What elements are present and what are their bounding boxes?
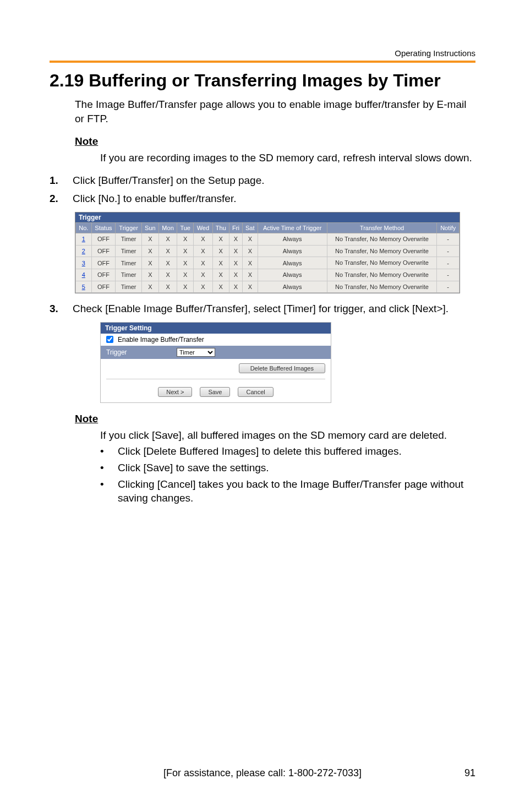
cell: OFF: [91, 233, 116, 246]
table-row: 5OFFTimerXXXXXXXAlwaysNo Transfer, No Me…: [76, 281, 460, 293]
header-rule: [50, 61, 475, 63]
cell: X: [242, 245, 258, 257]
enable-buffer-checkbox[interactable]: [106, 336, 113, 343]
cell: Timer: [116, 245, 141, 257]
cell: X: [177, 269, 194, 281]
cell: X: [212, 245, 229, 257]
row-no-link[interactable]: 3: [82, 260, 85, 266]
cell: X: [229, 233, 243, 246]
cell: X: [194, 245, 212, 257]
trigger-setting-panel: Trigger Setting Enable Image Buffer/Tran…: [100, 322, 331, 403]
cell: X: [242, 233, 258, 246]
bullet-icon: •: [100, 477, 108, 505]
cell: X: [141, 281, 158, 293]
cell: X: [177, 281, 194, 293]
cell: X: [158, 245, 177, 257]
trigger-field-label: Trigger: [106, 348, 172, 356]
note-body-2: If you click [Save], all buffered images…: [100, 428, 475, 443]
cell: Timer: [116, 257, 141, 269]
col-trigger: Trigger: [116, 223, 141, 233]
row-no-link[interactable]: 2: [82, 248, 85, 254]
note-heading-2: Note: [75, 413, 475, 425]
header-right: Operating Instructions: [395, 48, 475, 58]
cell: X: [158, 281, 177, 293]
step-number: 2.: [50, 191, 65, 206]
cell: No Transfer, No Memory Overwrite: [327, 281, 437, 293]
cell: X: [141, 257, 158, 269]
row-no-link[interactable]: 4: [82, 271, 85, 278]
cell: No Transfer, No Memory Overwrite: [327, 245, 437, 257]
cell: X: [212, 233, 229, 246]
col-wed: Wed: [194, 223, 212, 233]
cell: X: [194, 257, 212, 269]
intro-paragraph: The Image Buffer/Transfer page allows yo…: [75, 97, 475, 126]
cell: No Transfer, No Memory Overwrite: [327, 257, 437, 269]
row-no-link[interactable]: 1: [82, 236, 85, 242]
cell: X: [177, 257, 194, 269]
step-text: Check [Enable Image Buffer/Transfer], se…: [73, 301, 475, 317]
table-row: 3OFFTimerXXXXXXXAlwaysNo Transfer, No Me…: [76, 257, 460, 269]
step-text: Click [Buffer/Transfer] on the Setup pag…: [73, 173, 475, 188]
cell: -: [437, 233, 460, 246]
cell: X: [212, 257, 229, 269]
cell: 1: [76, 233, 92, 246]
cell: 3: [76, 257, 92, 269]
cell: X: [194, 281, 212, 293]
bullet-icon: •: [100, 461, 108, 475]
trigger-select[interactable]: Timer: [177, 348, 215, 357]
cell: X: [229, 245, 243, 257]
cell: No Transfer, No Memory Overwrite: [327, 269, 437, 281]
row-no-link[interactable]: 5: [82, 284, 85, 290]
cell: X: [158, 233, 177, 246]
cell: X: [177, 245, 194, 257]
note-body-1: If you are recording images to the SD me…: [100, 151, 475, 165]
cell: 4: [76, 269, 92, 281]
cell: Always: [258, 257, 327, 269]
cell: 5: [76, 281, 92, 293]
delete-buffered-images-button[interactable]: Delete Buffered Images: [239, 363, 325, 373]
cell: X: [212, 269, 229, 281]
cell: No Transfer, No Memory Overwrite: [327, 233, 437, 246]
save-button[interactable]: Save: [200, 387, 230, 397]
table-row: 2OFFTimerXXXXXXXAlwaysNo Transfer, No Me…: [76, 245, 460, 257]
cell: X: [229, 281, 243, 293]
cell: -: [437, 245, 460, 257]
col-notify: Notify: [437, 223, 460, 233]
cell: X: [242, 281, 258, 293]
col-sat: Sat: [242, 223, 258, 233]
col-thu: Thu: [212, 223, 229, 233]
col-status: Status: [91, 223, 116, 233]
cell: 2: [76, 245, 92, 257]
cell: -: [437, 281, 460, 293]
note-heading: Note: [75, 135, 475, 148]
col-sun: Sun: [141, 223, 158, 233]
bullet-text: Clicking [Cancel] takes you back to the …: [118, 477, 475, 505]
divider: [106, 379, 325, 379]
cell: Timer: [116, 269, 141, 281]
cancel-button[interactable]: Cancel: [238, 387, 273, 397]
trigger-table: No. Status Trigger Sun Mon Tue Wed Thu F…: [75, 222, 460, 293]
footer-assistance: [For assistance, please call: 1-800-272-…: [156, 767, 369, 779]
cell: X: [141, 269, 158, 281]
bullet-text: Click [Save] to save the settings.: [118, 461, 269, 475]
step-number: 3.: [50, 301, 65, 317]
bullet-icon: •: [100, 444, 108, 459]
cell: Timer: [116, 233, 141, 246]
cell: X: [194, 269, 212, 281]
cell: -: [437, 257, 460, 269]
cell: Always: [258, 281, 327, 293]
bullet-text: Click [Delete Buffered Images] to delete…: [118, 444, 402, 459]
cell: X: [141, 245, 158, 257]
table-row: 1OFFTimerXXXXXXXAlwaysNo Transfer, No Me…: [76, 233, 460, 246]
cell: OFF: [91, 281, 116, 293]
cell: X: [194, 233, 212, 246]
trigger-setting-title: Trigger Setting: [101, 323, 331, 334]
cell: X: [158, 257, 177, 269]
trigger-table-title: Trigger: [75, 212, 460, 222]
cell: X: [158, 269, 177, 281]
col-method: Transfer Method: [327, 223, 437, 233]
cell: Always: [258, 245, 327, 257]
next-button[interactable]: Next >: [158, 387, 192, 397]
page-number: 91: [369, 767, 476, 779]
cell: X: [242, 257, 258, 269]
